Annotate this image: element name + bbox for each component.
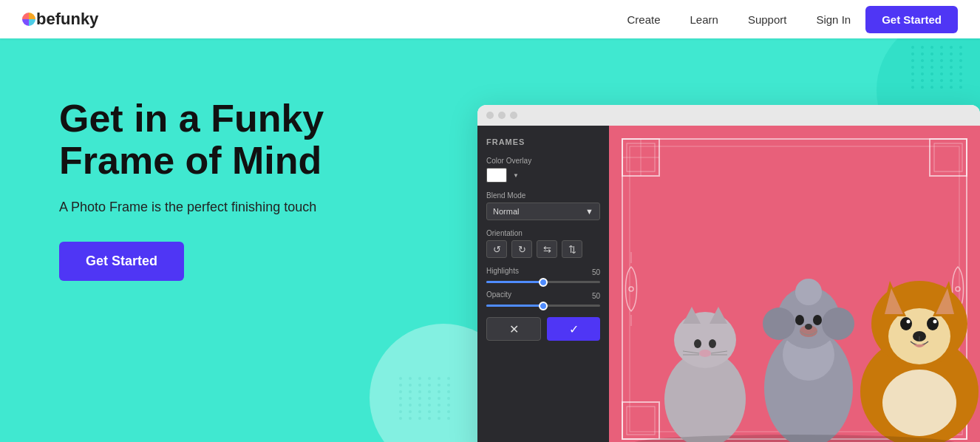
color-chevron[interactable]: ▼ <box>513 172 519 179</box>
svg-point-46 <box>907 320 911 324</box>
opacity-label: Opacity <box>486 290 511 299</box>
logo-icon <box>22 13 35 26</box>
opacity-fill <box>486 305 543 307</box>
orient-flip-v[interactable]: ↻ <box>511 240 532 258</box>
blend-mode-value: Normal <box>493 207 519 216</box>
blend-mode-select[interactable]: Normal ▼ <box>486 203 600 220</box>
svg-point-35 <box>805 324 812 330</box>
frames-panel: FRAMES Color Overlay ▼ Blend Mode Normal… <box>477 126 609 442</box>
highlights-track[interactable] <box>486 281 600 283</box>
svg-point-32 <box>795 315 804 325</box>
titlebar-dot-green <box>510 112 517 119</box>
svg-point-45 <box>927 317 939 330</box>
orient-flip-h[interactable]: ↺ <box>486 240 507 258</box>
opacity-thumb[interactable] <box>539 302 548 310</box>
blend-mode-chevron: ▼ <box>585 207 593 216</box>
svg-point-31 <box>795 279 822 305</box>
highlights-value: 50 <box>592 268 600 276</box>
nav-create[interactable]: Create <box>627 13 660 26</box>
svg-point-19 <box>694 339 701 348</box>
orient-mirror-v[interactable]: ⇅ <box>562 240 582 258</box>
blend-mode-label: Blend Mode <box>486 191 600 200</box>
orient-mirror-h[interactable]: ⇆ <box>537 240 557 258</box>
navbar: befunky Create Learn Support Sign In Get… <box>0 0 980 38</box>
svg-point-44 <box>900 317 912 330</box>
svg-point-20 <box>709 339 716 348</box>
panel-title: FRAMES <box>486 137 600 146</box>
hero-subtext: A Photo Frame is the perfect finishing t… <box>59 200 324 215</box>
svg-point-30 <box>822 307 854 340</box>
orientation-row: Orientation ↺ ↻ ⇆ ⇅ <box>486 229 600 258</box>
highlights-slider-row: Highlights 50 <box>486 267 600 283</box>
signin-link[interactable]: Sign In <box>816 13 851 26</box>
highlights-thumb[interactable] <box>539 278 548 287</box>
nav-links: Create Learn Support <box>627 13 786 26</box>
hero-cta-button[interactable]: Get Started <box>59 242 184 281</box>
color-overlay-row: Color Overlay ▼ <box>486 157 600 183</box>
highlights-label: Highlights <box>486 267 519 275</box>
highlights-fill <box>486 281 543 283</box>
logo-text: befunky <box>36 10 98 29</box>
panel-actions: ✕ ✓ <box>486 317 600 341</box>
hero-background: Get in a Funky Frame of Mind A Photo Fra… <box>0 38 980 442</box>
logo[interactable]: befunky <box>22 10 98 29</box>
dots-top-right <box>911 46 965 89</box>
svg-point-33 <box>813 315 822 325</box>
mockup-titlebar <box>477 105 980 126</box>
mockup-body: FRAMES Color Overlay ▼ Blend Mode Normal… <box>477 126 980 442</box>
titlebar-dot-red <box>486 112 494 119</box>
opacity-track[interactable] <box>486 305 600 307</box>
opacity-value: 50 <box>592 292 600 300</box>
hero-content: Get in a Funky Frame of Mind A Photo Fra… <box>59 98 324 281</box>
nav-cta-button[interactable]: Get Started <box>865 6 958 33</box>
nav-support[interactable]: Support <box>748 13 787 26</box>
hero-heading: Get in a Funky Frame of Mind <box>59 98 324 182</box>
nav-learn[interactable]: Learn <box>690 13 718 26</box>
svg-point-29 <box>763 307 795 340</box>
color-overlay-label: Color Overlay <box>486 157 600 165</box>
app-mockup: FRAMES Color Overlay ▼ Blend Mode Normal… <box>477 105 980 442</box>
blend-mode-row: Blend Mode Normal ▼ <box>486 191 600 220</box>
confirm-button[interactable]: ✓ <box>547 317 600 341</box>
svg-point-21 <box>699 350 711 357</box>
svg-point-16 <box>674 312 736 368</box>
color-swatch[interactable] <box>486 168 507 183</box>
orientation-label: Orientation <box>486 229 600 237</box>
orientation-buttons: ↺ ↻ ⇆ ⇅ <box>486 240 600 258</box>
opacity-slider-row: Opacity 50 <box>486 290 600 307</box>
cancel-button[interactable]: ✕ <box>486 317 541 341</box>
svg-point-47 <box>933 320 937 324</box>
titlebar-dot-yellow <box>498 112 506 119</box>
image-area <box>609 126 980 442</box>
svg-point-37 <box>882 370 956 436</box>
photo-canvas <box>609 126 980 442</box>
